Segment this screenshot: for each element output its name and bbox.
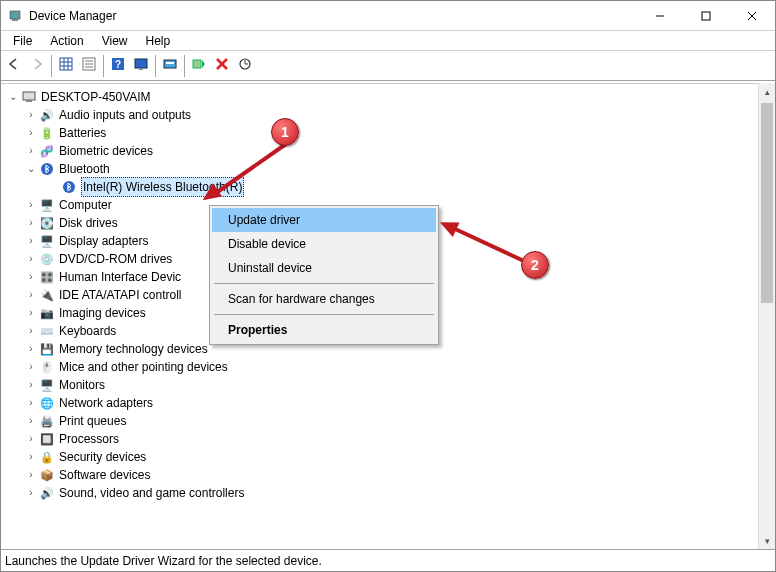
chevron-down-icon[interactable]: ⌄: [5, 88, 21, 106]
chevron-right-icon[interactable]: ›: [23, 268, 39, 286]
ctx-separator: [214, 314, 434, 315]
chevron-right-icon[interactable]: ›: [23, 430, 39, 448]
help-button[interactable]: ?: [107, 55, 129, 77]
scroll-thumb[interactable]: [761, 103, 773, 303]
tree-category[interactable]: › 🖨️ Print queues: [1, 412, 775, 430]
scroll-up-icon[interactable]: ▴: [759, 83, 776, 100]
window-title: Device Manager: [29, 9, 116, 23]
svg-rect-25: [23, 92, 35, 100]
chevron-right-icon[interactable]: ›: [23, 340, 39, 358]
ctx-disable-device[interactable]: Disable device: [212, 232, 436, 256]
forward-icon: [30, 57, 44, 74]
chevron-right-icon[interactable]: ›: [23, 376, 39, 394]
forward-button[interactable]: [26, 55, 48, 77]
status-text: Launches the Update Driver Wizard for th…: [5, 554, 322, 568]
menu-view[interactable]: View: [94, 32, 136, 50]
chevron-right-icon[interactable]: ›: [23, 124, 39, 142]
chevron-right-icon[interactable]: ›: [23, 412, 39, 430]
toolbar-separator: [155, 55, 156, 77]
display-icon: 🖥️: [39, 233, 55, 249]
ctx-separator: [214, 283, 434, 284]
svg-rect-3: [702, 12, 710, 20]
chevron-right-icon[interactable]: ›: [23, 214, 39, 232]
tree-category[interactable]: › 🔒 Security devices: [1, 448, 775, 466]
properties-button[interactable]: [78, 55, 100, 77]
chevron-right-icon[interactable]: ›: [23, 196, 39, 214]
menu-help[interactable]: Help: [138, 32, 179, 50]
update-driver-button[interactable]: [159, 55, 181, 77]
uninstall-button[interactable]: [211, 55, 233, 77]
vertical-scrollbar[interactable]: ▴ ▾: [758, 83, 775, 549]
tree-category[interactable]: › 🌐 Network adapters: [1, 394, 775, 412]
chevron-right-icon[interactable]: ›: [23, 322, 39, 340]
uninstall-icon: [215, 57, 229, 74]
security-icon: 🔒: [39, 449, 55, 465]
tree-category[interactable]: › 🖱️ Mice and other pointing devices: [1, 358, 775, 376]
close-button[interactable]: [729, 1, 775, 31]
ctx-uninstall-device[interactable]: Uninstall device: [212, 256, 436, 280]
back-button[interactable]: [3, 55, 25, 77]
titlebar: Device Manager: [1, 1, 775, 31]
chevron-right-icon[interactable]: ›: [23, 232, 39, 250]
maximize-button[interactable]: [683, 1, 729, 31]
scroll-down-icon[interactable]: ▾: [759, 532, 776, 549]
properties-icon: [82, 57, 96, 74]
enable-device-button[interactable]: [188, 55, 210, 77]
ctx-properties[interactable]: Properties: [212, 318, 436, 342]
context-menu: Update driver Disable device Uninstall d…: [209, 205, 439, 345]
enable-icon: [192, 57, 206, 74]
show-hidden-button[interactable]: [55, 55, 77, 77]
tree-category[interactable]: › 📦 Software devices: [1, 466, 775, 484]
audio-icon: 🔊: [39, 107, 55, 123]
tree-category[interactable]: › 🧬 Biometric devices: [1, 142, 775, 160]
chevron-right-icon[interactable]: ›: [23, 304, 39, 322]
software-icon: 📦: [39, 467, 55, 483]
chevron-right-icon[interactable]: ›: [23, 358, 39, 376]
tree-category[interactable]: › 🔊 Sound, video and game controllers: [1, 484, 775, 502]
chevron-right-icon[interactable]: ›: [23, 106, 39, 124]
toolbar-separator: [103, 55, 104, 77]
chevron-right-icon[interactable]: ›: [23, 448, 39, 466]
computer-icon: 🖥️: [39, 197, 55, 213]
chevron-right-icon[interactable]: ›: [23, 484, 39, 502]
tree-root[interactable]: ⌄ DESKTOP-450VAIM: [1, 88, 775, 106]
menu-file[interactable]: File: [5, 32, 40, 50]
svg-rect-1: [12, 19, 18, 21]
tree-category[interactable]: › 🔊 Audio inputs and outputs: [1, 106, 775, 124]
keyboard-icon: ⌨️: [39, 323, 55, 339]
chevron-right-icon[interactable]: ›: [23, 142, 39, 160]
processor-icon: 🔲: [39, 431, 55, 447]
chevron-right-icon[interactable]: ›: [23, 286, 39, 304]
mouse-icon: 🖱️: [39, 359, 55, 375]
chevron-right-icon[interactable]: ›: [23, 466, 39, 484]
tree-category[interactable]: › 🖥️ Monitors: [1, 376, 775, 394]
chevron-right-icon[interactable]: ›: [23, 250, 39, 268]
tree-category-bluetooth[interactable]: ⌄ Bluetooth: [1, 160, 775, 178]
svg-rect-18: [139, 68, 143, 70]
chevron-down-icon[interactable]: ⌄: [23, 160, 39, 178]
printer-icon: 🖨️: [39, 413, 55, 429]
hid-icon: 🎛️: [39, 269, 55, 285]
tree-category[interactable]: › 🔋 Batteries: [1, 124, 775, 142]
view-button[interactable]: [130, 55, 152, 77]
svg-rect-20: [166, 62, 174, 64]
bluetooth-icon: [61, 179, 77, 195]
tree-category[interactable]: › 🔲 Processors: [1, 430, 775, 448]
ctx-scan-hardware[interactable]: Scan for hardware changes: [212, 287, 436, 311]
ctx-update-driver[interactable]: Update driver: [212, 208, 436, 232]
minimize-button[interactable]: [637, 1, 683, 31]
tree-device-selected[interactable]: Intel(R) Wireless Bluetooth(R): [1, 178, 775, 196]
grid-icon: [59, 57, 73, 74]
svg-rect-26: [26, 100, 32, 102]
help-icon: ?: [111, 57, 125, 74]
memory-icon: 💾: [39, 341, 55, 357]
scan-icon: [238, 57, 252, 74]
scan-hardware-button[interactable]: [234, 55, 256, 77]
chevron-right-icon[interactable]: ›: [23, 394, 39, 412]
menu-action[interactable]: Action: [42, 32, 91, 50]
svg-rect-21: [193, 60, 201, 68]
tree-root-label: DESKTOP-450VAIM: [41, 88, 151, 106]
computer-icon: [21, 89, 37, 105]
toolbar-separator: [51, 55, 52, 77]
svg-rect-0: [10, 11, 20, 19]
